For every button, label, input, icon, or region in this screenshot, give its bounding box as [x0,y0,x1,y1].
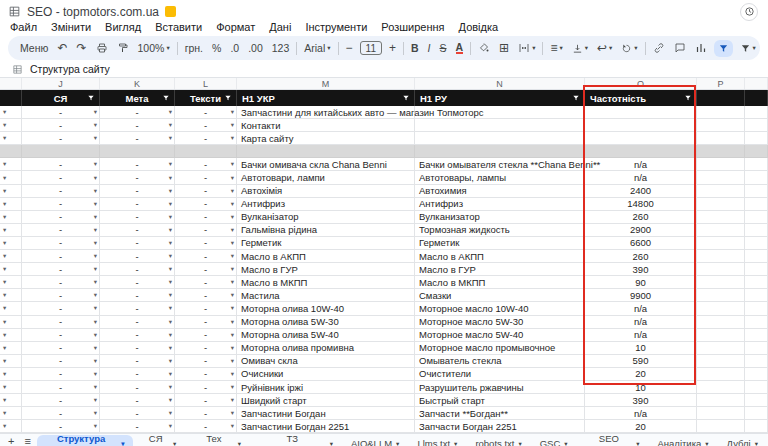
header-sya[interactable]: СЯ [22,90,100,106]
cell-sya[interactable]: -▾ [22,276,100,289]
cell-frequency[interactable]: 14800 [585,198,697,211]
chevron-down-icon[interactable]: ▾ [169,226,172,234]
cell-h1-ukr[interactable]: Запчастини для китайських авто — магазин… [237,106,415,119]
chevron-down-icon[interactable]: ▾ [231,291,234,299]
cell-meta[interactable]: -▾ [100,394,175,407]
cell-sya[interactable]: -▾ [22,302,100,315]
chevron-down-icon[interactable]: ▾ [94,331,97,339]
chevron-down-icon[interactable]: ▾ [169,304,172,312]
cell-extra[interactable] [745,302,768,315]
header-p[interactable] [697,90,745,106]
row-dropdown-cell[interactable]: ▾ [0,171,22,184]
chevron-down-icon[interactable]: ▾ [169,344,172,352]
cell-texts[interactable]: -▾ [175,250,237,263]
cell-frequency[interactable]: n/a [585,302,697,315]
cell-h1-ukr[interactable]: Вулканізатор [237,211,415,224]
vertical-align-button[interactable]: ▾ [570,43,590,54]
menu-item[interactable]: Вставити [155,21,202,33]
cell-frequency[interactable]: n/a [585,158,697,171]
sheet-tab[interactable]: Аналітика▾ [649,435,716,446]
cell-meta[interactable]: -▾ [100,368,175,381]
header-h1-ukr[interactable]: Н1 УКР [237,90,415,106]
insert-chart-button[interactable] [693,42,709,54]
cell-frequency[interactable]: 20 [585,368,697,381]
chevron-down-icon[interactable]: ▾ [705,440,708,446]
row-dropdown-cell[interactable]: ▾ [0,211,22,224]
horizontal-align-button[interactable]: ≡▾ [548,41,564,55]
cell-p[interactable] [697,381,745,394]
font-select[interactable]: Arial▾ [302,42,332,54]
cell-sya[interactable]: -▾ [22,394,100,407]
row-dropdown-cell[interactable]: ▾ [0,145,22,158]
filter-icon[interactable] [402,94,410,102]
chevron-down-icon[interactable]: ▾ [169,174,172,182]
cell-p[interactable] [697,211,745,224]
cell-h1-ukr[interactable]: Масло в АКПП [237,250,415,263]
row-dropdown-cell[interactable]: ▾ [0,381,22,394]
menu-item[interactable]: Змінити [51,21,91,33]
cell-frequency[interactable]: 6600 [585,237,697,250]
cell-frequency[interactable]: n/a [585,316,697,329]
cell-frequency[interactable]: 2900 [585,224,697,237]
cell-frequency[interactable]: 590 [585,355,697,368]
cell-h1-ru[interactable]: Бачки омывателя стекла **Chana Benni** [415,158,585,171]
formula-bar-value[interactable]: Структура сайту [30,63,110,75]
chevron-down-icon[interactable]: ▾ [94,121,97,129]
cell-texts[interactable]: -▾ [175,316,237,329]
chevron-down-icon[interactable]: ▾ [94,213,97,221]
cell-sya[interactable]: -▾ [22,106,100,119]
row-dropdown-cell[interactable]: ▾ [0,420,22,433]
cell-extra[interactable] [745,316,768,329]
row-dropdown-cell[interactable]: ▾ [0,368,22,381]
chevron-down-icon[interactable]: ▾ [169,121,172,129]
cell-meta[interactable]: -▾ [100,302,175,315]
chevron-down-icon[interactable]: ▾ [231,344,234,352]
cell-h1-ru[interactable]: Моторное масло 10W-40 [415,302,585,315]
more-formats-button[interactable]: 123 [270,42,292,54]
cell-h1-ru[interactable] [415,106,585,119]
cell-extra[interactable] [745,329,768,342]
cell-texts[interactable]: -▾ [175,185,237,198]
cell-h1-ukr[interactable]: Руйнівник іржі [237,381,415,394]
cell-sya[interactable]: -▾ [22,289,100,302]
increase-font-size-button[interactable]: + [387,41,398,55]
column-letter[interactable]: O [585,78,697,89]
chevron-down-icon[interactable]: ▾ [3,213,6,221]
chevron-down-icon[interactable]: ▾ [94,174,97,182]
chevron-down-icon[interactable]: ▾ [169,200,172,208]
chevron-down-icon[interactable]: ▾ [169,370,172,378]
document-title[interactable]: SEO - topmotors.com.ua [27,5,159,19]
cell-sya[interactable]: -▾ [22,158,100,171]
chevron-down-icon[interactable]: ▾ [3,187,6,195]
cell-h1-ru[interactable]: Моторное масло 5W-30 [415,316,585,329]
sheet-tab[interactable]: Структура сайту▾ [37,435,133,446]
chevron-down-icon[interactable]: ▾ [3,370,6,378]
cell-texts[interactable]: -▾ [175,198,237,211]
chevron-down-icon[interactable]: ▾ [169,331,172,339]
cell-texts[interactable]: -▾ [175,119,237,132]
filter-icon[interactable] [684,94,692,102]
decrease-font-size-button[interactable]: − [344,41,355,55]
row-dropdown-cell[interactable]: ▾ [0,329,22,342]
cell-h1-ukr[interactable]: Моторна олива 10W-40 [237,302,415,315]
cell-meta[interactable]: -▾ [100,342,175,355]
header-corner[interactable] [0,90,22,106]
menu-item[interactable]: Інструменти [305,21,367,33]
filter-views-button[interactable]: ▾ [738,43,758,54]
cell-h1-ru[interactable] [415,132,585,145]
cell-texts[interactable]: -▾ [175,211,237,224]
chevron-down-icon[interactable]: ▾ [173,440,176,446]
cell-h1-ru[interactable]: Герметик [415,237,585,250]
row-dropdown-cell[interactable]: ▾ [0,355,22,368]
chevron-down-icon[interactable]: ▾ [3,174,6,182]
percent-format-button[interactable]: % [210,42,223,54]
chevron-down-icon[interactable]: ▾ [94,383,97,391]
cell-h1-ukr[interactable]: Запчастини Богдан [237,407,415,420]
cell-h1-ru[interactable]: Тормозная жидкость [415,224,585,237]
cell-sya[interactable]: -▾ [22,316,100,329]
cell-h1-ukr[interactable]: Карта сайту [237,132,415,145]
cell-h1-ukr[interactable]: Моторна олива промивна [237,342,415,355]
cell-h1-ukr[interactable]: Герметик [237,237,415,250]
filter-icon[interactable] [87,94,95,102]
header-h1-ru[interactable]: Н1 РУ [415,90,585,106]
